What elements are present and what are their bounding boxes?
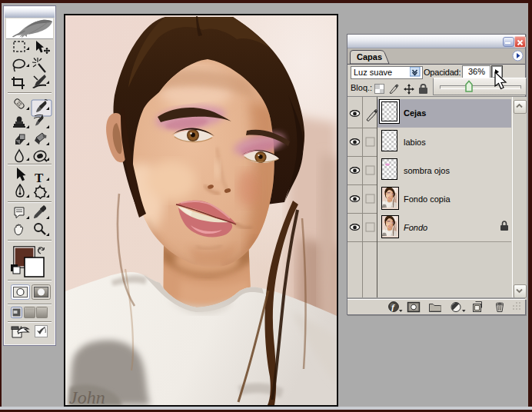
svg-text:John: John bbox=[69, 387, 105, 405]
svg-text:T: T bbox=[35, 171, 44, 185]
